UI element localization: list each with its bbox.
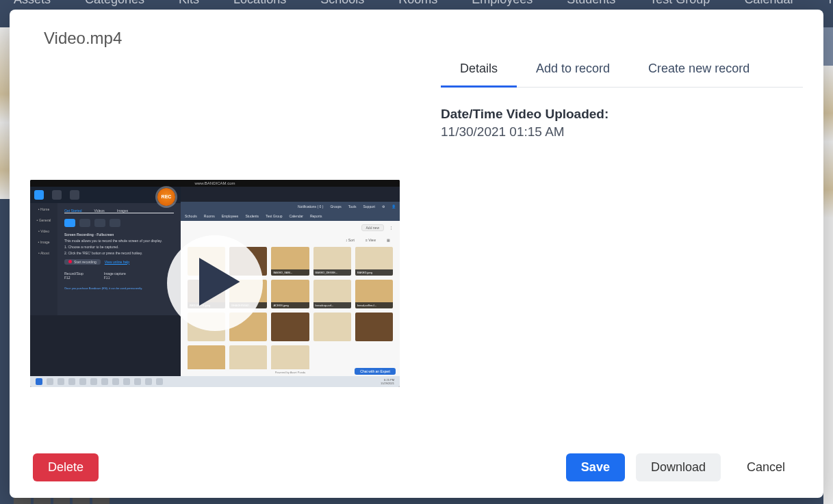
modal-title: Video.mp4: [10, 10, 823, 48]
download-button[interactable]: Download: [636, 453, 721, 481]
preview-topbar: www.BANDICAM.com: [30, 180, 400, 187]
modal-footer: Delete Save Download Cancel: [10, 436, 823, 498]
background-strip-right: [823, 27, 833, 504]
tab-create-new-record[interactable]: Create new record: [629, 53, 769, 87]
uploaded-label: Date/Time Video Uploaded:: [441, 107, 803, 122]
preview-taskbar: 6:25 PM11/29/2021: [30, 376, 400, 387]
svg-marker-0: [199, 258, 240, 306]
save-button[interactable]: Save: [566, 453, 625, 481]
play-icon: [188, 258, 242, 308]
uploaded-value: 11/30/2021 01:15 AM: [441, 124, 803, 140]
play-button[interactable]: [167, 235, 263, 331]
background-strip-left: [0, 27, 10, 504]
preview-chat-button: Chat with an Expert: [355, 368, 396, 375]
video-modal: Video.mp4 www.BANDICAM.com Home General: [10, 10, 823, 498]
tab-add-to-record[interactable]: Add to record: [517, 53, 629, 87]
background-nav: AssetsCategoriesKits LocationsSchoolsRoo…: [0, 0, 833, 7]
video-player[interactable]: www.BANDICAM.com Home General Video Imag…: [30, 180, 400, 387]
video-preview-column: www.BANDICAM.com Home General Video Imag…: [30, 48, 400, 436]
preview-rec-badge: REC: [157, 188, 175, 206]
delete-button[interactable]: Delete: [33, 453, 99, 481]
detail-column: Details Add to record Create new record …: [441, 48, 803, 436]
tab-details[interactable]: Details: [441, 53, 517, 88]
preview-app-sidebar: Home General Video Image About Get Start…: [30, 187, 181, 315]
detail-tabs: Details Add to record Create new record: [441, 53, 803, 88]
cancel-button[interactable]: Cancel: [732, 453, 800, 481]
